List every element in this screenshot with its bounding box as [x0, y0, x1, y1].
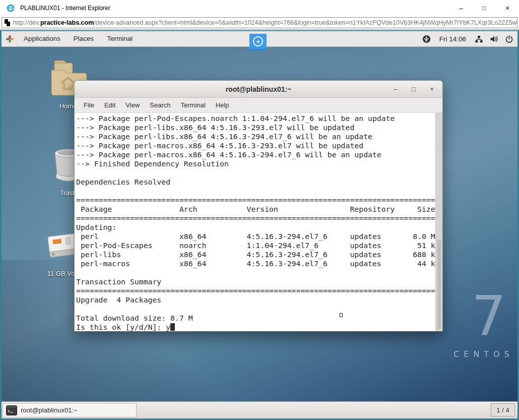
terminal-cursor	[170, 323, 175, 331]
centos-watermark-number: 7	[461, 289, 516, 343]
terminal-output-line: perl-libs x86_64 4:5.16.3-294.el7_6 upda…	[76, 250, 435, 259]
terminal-menu-item[interactable]: Edit	[99, 98, 120, 112]
terminal-menubar: FileEditViewSearchTerminalHelp	[75, 98, 442, 113]
terminal-output-line: Total download size: 8.7 M	[76, 314, 435, 323]
terminal-output-line: Dependencies Resolved	[76, 177, 435, 187]
terminal-output-line: ---> Package perl-macros.x86_64 4:5.16.3…	[76, 150, 435, 159]
terminal-prompt-line: Is this ok [y/d/N]: y	[76, 323, 435, 331]
workspace-pager[interactable]: 1 / 4	[491, 403, 515, 416]
url-text: http://dev.practice-labs.com/device-adva…	[13, 19, 517, 26]
mouse-pointer-dot	[340, 313, 343, 317]
terminal-output-line: perl-Pod-Escapes noarch 1:1.04-294.el7_6…	[76, 241, 435, 250]
ie-minimize-button[interactable]: –	[449, 0, 473, 16]
internet-explorer-icon	[5, 3, 16, 14]
centos-watermark-text: CENTOS	[453, 349, 517, 359]
terminal-output-line: Transaction Summary	[76, 277, 435, 286]
terminal-title: root@plablinux01:~	[226, 85, 292, 93]
terminal-app-icon	[6, 405, 17, 415]
ie-maximize-button[interactable]: □	[473, 0, 496, 16]
terminal-output-line: ---> Package perl-macros.x86_64 4:5.16.3…	[76, 141, 435, 150]
taskbar-task-label: root@plablinux01:~	[21, 406, 78, 414]
top-bar-menu[interactable]: Terminal	[100, 31, 139, 46]
terminal-close-button[interactable]: ×	[426, 84, 437, 95]
terminal-menu-item[interactable]: Help	[211, 98, 234, 112]
desktop-wallpaper: 7 CENTOS Home Trash	[2, 47, 517, 401]
terminal-titlebar[interactable]: root@plablinux01:~ – □ ×	[75, 81, 442, 98]
ie-close-button[interactable]: ×	[496, 0, 519, 16]
url-input[interactable]: http://dev.practice-labs.com/device-adva…	[2, 17, 517, 28]
ie-address-bar: http://dev.practice-labs.com/device-adva…	[0, 16, 519, 30]
terminal-menu-item[interactable]: File	[79, 98, 99, 112]
terminal-menu-item[interactable]: View	[120, 98, 145, 112]
taskbar-task-terminal[interactable]: root@plablinux01:~	[3, 403, 137, 417]
terminal-output-line	[76, 268, 435, 277]
applications-menu-icon	[6, 35, 14, 43]
terminal-minimize-button[interactable]: –	[390, 84, 401, 95]
terminal-output-line: ========================================…	[76, 286, 435, 295]
accessibility-icon[interactable]	[422, 35, 431, 43]
terminal-output-line	[76, 187, 435, 196]
terminal-output-line: perl x86_64 4:5.16.3-294.el7_6 updates 8…	[76, 232, 435, 241]
plus-circle-icon: +	[253, 36, 263, 46]
window-title: PLABLINUX01 - Internet Explorer	[20, 5, 110, 12]
terminal-output-line: Package Arch Version Repository Size	[76, 205, 435, 214]
terminal-output-line	[76, 305, 435, 314]
terminal-output-line	[76, 168, 435, 177]
terminal-output-line: ========================================…	[76, 196, 435, 205]
terminal-output-line: ---> Package perl-libs.x86_64 4:5.16.3-2…	[76, 132, 435, 141]
ie-titlebar: PLABLINUX01 - Internet Explorer – □ ×	[0, 0, 519, 16]
power-icon[interactable]	[505, 35, 513, 43]
top-bar-menu[interactable]: Applications	[17, 31, 67, 46]
volume-icon[interactable]	[490, 35, 498, 43]
terminal-window: root@plablinux01:~ – □ × FileEditViewSea…	[74, 80, 443, 331]
taskbar: root@plablinux01:~ 1 / 4	[2, 401, 517, 418]
terminal-scrollbar[interactable]	[435, 113, 442, 331]
network-icon[interactable]	[475, 35, 483, 43]
terminal-output-line: --> Finished Dependency Resolution	[76, 159, 435, 168]
terminal-output-line: perl-macros x86_64 4:5.16.3-294.el7_6 up…	[76, 259, 435, 268]
lab-overlay-button[interactable]: +	[249, 34, 267, 50]
terminal-menu-item[interactable]: Terminal	[176, 98, 211, 112]
gnome-top-bar: ApplicationsPlacesTerminal Fri 14:06	[2, 31, 517, 47]
terminal-menu-item[interactable]: Search	[145, 98, 175, 112]
clock[interactable]: Fri 14:06	[437, 35, 468, 43]
terminal-scrollbar-thumb[interactable]	[437, 239, 441, 330]
top-bar-menu[interactable]: Places	[67, 31, 101, 46]
terminal-output-line: ---> Package perl-Pod-Escapes.noarch 1:1…	[76, 114, 435, 123]
site-favicon	[5, 19, 10, 26]
terminal-output-line: ========================================…	[76, 214, 435, 223]
terminal-output-line: Updating:	[76, 223, 435, 232]
terminal-maximize-button[interactable]: □	[408, 84, 419, 95]
terminal-output[interactable]: ---> Package perl-Pod-Escapes.noarch 1:1…	[75, 113, 442, 331]
terminal-output-line: Upgrade 4 Packages	[76, 295, 435, 305]
remote-desktop-viewport: ApplicationsPlacesTerminal Fri 14:06	[0, 30, 519, 420]
terminal-output-line: ---> Package perl-libs.x86_64 4:5.16.3-2…	[76, 123, 435, 132]
